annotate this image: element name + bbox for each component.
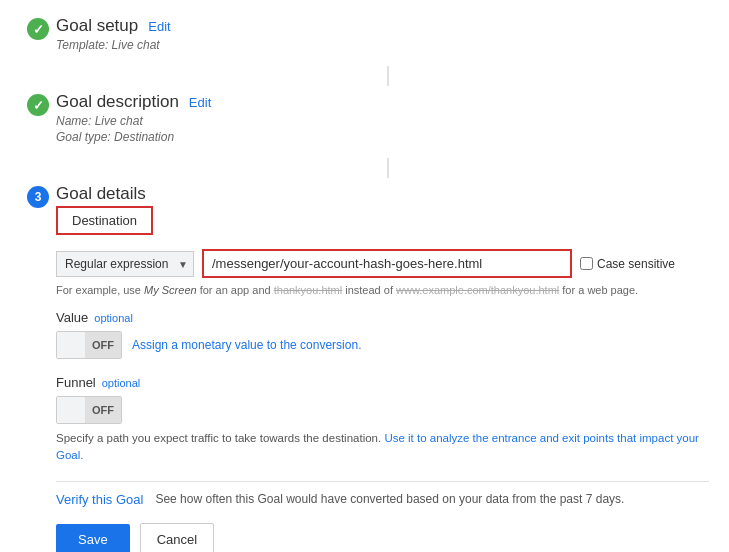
goal-description-name: Name: Live chat [56,114,709,128]
goal-description-type: Goal type: Destination [56,130,709,144]
action-row: Save Cancel [56,523,709,553]
goal-description-title-row: Goal description Edit [56,92,709,112]
funnel-label-row: Funnel optional [56,375,709,390]
connector-2 [387,158,389,178]
goal-description-content: Goal description Edit Name: Live chat Go… [56,92,709,146]
goal-setup-title: Goal setup [56,16,138,36]
cancel-button[interactable]: Cancel [140,523,214,553]
value-assign-text: Assign a monetary value to the conversio… [132,338,361,352]
goal-setup-meta: Template: Live chat [56,38,709,52]
goal-details-content: Goal details Destination Regular express… [56,184,709,552]
goal-setup-section: ✓ Goal setup Edit Template: Live chat [20,16,709,54]
funnel-description: Specify a path you expect traffic to tak… [56,430,709,465]
goal-description-edit-link[interactable]: Edit [189,95,211,110]
value-toggle-off: OFF [85,332,121,358]
bottom-divider [56,481,709,482]
funnel-toggle-off: OFF [85,397,121,423]
verify-goal-link[interactable]: Verify this Goal [56,492,143,507]
goal-description-check-icon: ✓ [27,94,49,116]
value-toggle-left [57,332,85,358]
value-toggle-btn[interactable]: OFF [56,331,122,359]
destination-row: Regular expression Equals to Begins with… [56,249,709,278]
goal-details-title: Goal details [56,184,146,204]
hint-text: For example, use My Screen for an app an… [56,284,709,296]
goal-setup-edit-link[interactable]: Edit [148,19,170,34]
save-button[interactable]: Save [56,524,130,553]
goal-description-section: ✓ Goal description Edit Name: Live chat … [20,92,709,146]
goal-description-title: Goal description [56,92,179,112]
funnel-toggle-left [57,397,85,423]
value-label: Value [56,310,88,325]
destination-tab[interactable]: Destination [56,206,153,235]
connector-1 [387,66,389,86]
goal-details-number-icon: 3 [27,186,49,208]
goal-setup-title-row: Goal setup Edit [56,16,709,36]
match-type-wrapper: Regular expression Equals to Begins with… [56,251,194,277]
match-type-select[interactable]: Regular expression Equals to Begins with [56,251,194,277]
funnel-toggle-row: OFF [56,396,709,424]
funnel-label: Funnel [56,375,96,390]
hint-strikethrough: thankyou.html [274,284,342,296]
destination-input[interactable] [202,249,572,278]
funnel-field-section: Funnel optional OFF Specify a path you e… [56,375,709,465]
funnel-optional-tag: optional [102,377,141,389]
goal-details-section: 3 Goal details Destination Regular expre… [20,184,709,552]
value-toggle-row: OFF Assign a monetary value to the conve… [56,331,709,359]
funnel-toggle-btn[interactable]: OFF [56,396,122,424]
value-field-section: Value optional OFF Assign a monetary val… [56,310,709,359]
verify-row: Verify this Goal See how often this Goal… [56,492,709,507]
goal-details-icon-col: 3 [20,184,56,208]
value-label-row: Value optional [56,310,709,325]
verify-description: See how often this Goal would have conve… [155,492,624,506]
tab-bar: Destination [56,206,709,235]
goal-description-icon-col: ✓ [20,92,56,116]
case-sensitive-label: Case sensitive [580,257,675,271]
goal-setup-icon-col: ✓ [20,16,56,40]
goal-details-title-row: Goal details [56,184,709,204]
goal-setup-content: Goal setup Edit Template: Live chat [56,16,709,54]
hint-strikethrough2: www.example.com/thankyou.html [396,284,559,296]
case-sensitive-checkbox[interactable] [580,257,593,270]
goal-setup-check-icon: ✓ [27,18,49,40]
value-optional-tag: optional [94,312,133,324]
